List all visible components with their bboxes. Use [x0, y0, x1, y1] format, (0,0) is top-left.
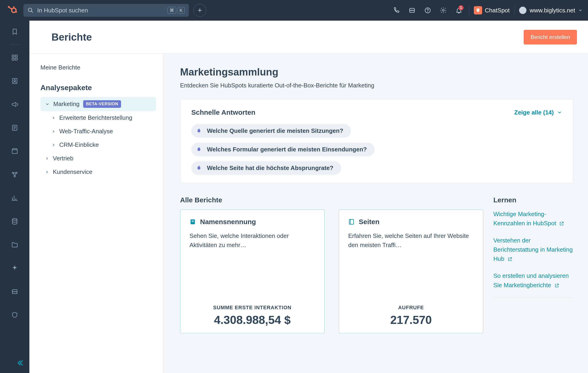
pages-icon	[348, 219, 355, 225]
automation-icon[interactable]	[10, 170, 20, 180]
quick-add-button[interactable]	[193, 4, 206, 17]
notifications-badge: 1	[458, 5, 463, 10]
chip-label: Welche Quelle generiert die meisten Sitz…	[207, 127, 343, 134]
account-label: www.biglytics.net	[530, 7, 575, 14]
article-icon[interactable]	[10, 123, 20, 133]
create-report-button[interactable]: Bericht erstellen	[524, 30, 577, 44]
metric-value: 217.570	[348, 313, 474, 327]
settings-icon[interactable]	[438, 5, 449, 16]
chatspot-button[interactable]: ChatSpot	[474, 6, 510, 14]
sidebar-item-label: Erweiterte Berichterstellung	[59, 114, 132, 121]
sidebar-item-advanced-reporting[interactable]: Erweiterte Berichterstellung	[47, 111, 156, 125]
commerce-icon[interactable]	[10, 146, 20, 156]
learn-heading: Lernen	[493, 196, 573, 204]
attribution-icon	[189, 219, 196, 225]
svg-point-19	[14, 80, 16, 81]
report-sidebar: Meine Berichte Analysepakete Marketing B…	[29, 53, 164, 373]
svg-point-25	[12, 219, 17, 221]
chevron-down-icon	[45, 102, 50, 106]
global-search[interactable]: In HubSpot suchen ⌘ K	[23, 4, 189, 17]
svg-point-12	[477, 10, 478, 10]
megaphone-icon[interactable]	[10, 99, 20, 110]
chevron-right-icon	[45, 170, 49, 174]
svg-rect-14	[12, 55, 14, 57]
quick-answers-card: Schnelle Antworten Zeige alle (14) Welch…	[180, 99, 573, 183]
sidebar-item-sales[interactable]: Vertrieb	[41, 152, 156, 165]
svg-point-24	[14, 175, 15, 177]
store-icon[interactable]	[10, 286, 20, 297]
calling-icon[interactable]	[391, 5, 402, 16]
sidebar-section-title: Analysepakete	[41, 83, 156, 92]
chip-label: Welche Seite hat die höchste Absprungrat…	[207, 164, 333, 171]
report-card-pages[interactable]: Seiten Erfahren Sie, welche Seiten auf I…	[339, 210, 483, 333]
svg-point-3	[8, 6, 10, 8]
metric-label: AUFRUFE	[348, 305, 474, 311]
search-placeholder: In HubSpot suchen	[37, 7, 164, 14]
svg-point-22	[12, 172, 13, 173]
svg-rect-18	[12, 79, 17, 84]
sparkle-icon[interactable]	[10, 263, 20, 273]
svg-rect-28	[191, 222, 194, 222]
help-icon[interactable]	[422, 5, 433, 16]
all-reports-heading: Alle Berichte	[180, 196, 483, 204]
report-card-title: Seiten	[359, 218, 379, 226]
metric-value: 4.308.988,54 $	[189, 313, 315, 327]
learn-link[interactable]: Wichtige Marketing-Kennzahlen in HubSpot	[493, 210, 573, 228]
flame-icon	[195, 128, 202, 134]
quick-answer-chip[interactable]: Welche Seite hat die höchste Absprungrat…	[191, 161, 341, 175]
database-icon[interactable]	[10, 216, 20, 226]
contacts-icon[interactable]	[10, 76, 20, 86]
chevron-down-icon	[557, 110, 562, 115]
chatspot-label: ChatSpot	[485, 7, 510, 14]
flame-icon	[195, 165, 202, 171]
svg-point-13	[478, 10, 479, 10]
svg-point-10	[427, 11, 428, 12]
chip-label: Welches Formular generiert die meisten E…	[207, 146, 367, 153]
my-reports-link[interactable]: Meine Berichte	[41, 64, 156, 71]
divider	[493, 298, 573, 298]
chatspot-icon	[474, 6, 482, 14]
notifications-icon[interactable]: 1	[453, 5, 464, 16]
svg-rect-29	[349, 220, 354, 224]
svg-rect-27	[191, 221, 194, 221]
shield-icon[interactable]	[10, 310, 20, 320]
nav-divider	[469, 6, 469, 15]
chevron-down-icon	[578, 8, 582, 12]
learn-link[interactable]: Verstehen der Berichterstattung in Marke…	[493, 236, 573, 263]
chevron-right-icon	[52, 129, 56, 133]
sidebar-item-label: CRM-Einblicke	[59, 141, 99, 148]
report-card-desc: Erfahren Sie, welche Seiten auf Ihrer We…	[348, 231, 474, 250]
bookmark-icon[interactable]	[10, 27, 20, 37]
report-card-desc: Sehen Sie, welche Interaktionen oder Akt…	[189, 231, 315, 250]
marketplace-icon[interactable]	[407, 5, 418, 16]
account-menu[interactable]: www.biglytics.net	[519, 7, 582, 14]
quick-answer-chip[interactable]: Welches Formular generiert die meisten E…	[191, 143, 375, 156]
apps-icon[interactable]	[10, 52, 20, 63]
svg-line-6	[10, 8, 12, 9]
sidebar-item-crm-insights[interactable]: CRM-Einblicke	[47, 138, 156, 152]
svg-rect-17	[15, 58, 17, 60]
sidebar-item-marketing[interactable]: Marketing BETA-VERSION	[41, 97, 156, 111]
sidebar-item-label: Kundenservice	[53, 168, 92, 175]
folder-icon[interactable]	[10, 240, 20, 250]
report-card-title: Namensnennung	[200, 218, 256, 226]
show-all-link[interactable]: Zeige alle (14)	[514, 109, 562, 116]
reports-icon[interactable]	[10, 193, 20, 203]
hubspot-logo-icon[interactable]	[6, 4, 19, 17]
sidebar-item-service[interactable]: Kundenservice	[41, 165, 156, 179]
svg-point-7	[28, 8, 32, 11]
rail-divider	[10, 44, 20, 45]
kbd-k-icon: K	[178, 7, 185, 14]
collapse-rail-icon[interactable]	[17, 359, 24, 367]
svg-point-11	[442, 10, 444, 11]
learn-link[interactable]: So erstellen und analysieren Sie Marketi…	[493, 271, 573, 290]
sidebar-item-label: Web-Traffic-Analyse	[59, 128, 113, 135]
kbd-cmd-icon: ⌘	[168, 7, 176, 14]
sidebar-item-web-traffic[interactable]: Web-Traffic-Analyse	[47, 125, 156, 138]
external-link-icon	[507, 257, 513, 262]
quick-answer-chip[interactable]: Welche Quelle generiert die meisten Sitz…	[191, 124, 351, 138]
svg-rect-16	[12, 58, 14, 60]
sidebar-item-label: Vertrieb	[53, 155, 74, 162]
report-card-attribution[interactable]: Namensnennung Sehen Sie, welche Interakt…	[180, 210, 325, 333]
collection-subtitle: Entdecken Sie HubSpots kuratierte Out-of…	[180, 82, 573, 89]
